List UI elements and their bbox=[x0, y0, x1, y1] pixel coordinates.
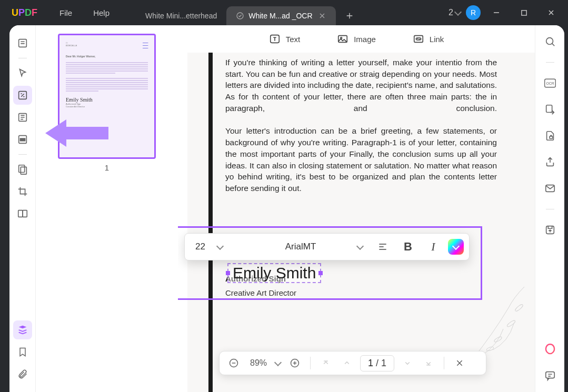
svg-rect-1 bbox=[521, 10, 526, 15]
last-page-button[interactable] bbox=[421, 355, 436, 371]
svg-rect-25 bbox=[550, 136, 553, 139]
prev-page-button[interactable] bbox=[339, 355, 355, 371]
insert-link-button[interactable]: Link bbox=[413, 33, 444, 45]
chevron-down-icon[interactable] bbox=[275, 360, 282, 366]
thumbnail-page-number: 1 bbox=[105, 163, 109, 172]
page-indicator[interactable]: 1 / 1 bbox=[360, 355, 394, 371]
tutorial-arrow-icon bbox=[45, 117, 108, 149]
page-nav-toolbar: 89% 1 / 1 bbox=[219, 351, 486, 375]
tab-inactive[interactable]: White Mini...etterhead bbox=[136, 6, 226, 25]
convert-button[interactable] bbox=[541, 102, 560, 117]
protect-button[interactable] bbox=[541, 128, 560, 144]
app-logo: UPDF bbox=[0, 7, 49, 18]
first-page-button[interactable] bbox=[318, 355, 334, 371]
maximize-button[interactable] bbox=[512, 2, 535, 23]
svg-point-0 bbox=[237, 13, 243, 19]
close-nav-button[interactable] bbox=[452, 355, 467, 371]
zoom-in-button[interactable] bbox=[287, 355, 303, 371]
page-viewport[interactable]: If you're thinking of writing a letter y… bbox=[178, 53, 535, 392]
svg-rect-14 bbox=[414, 36, 423, 43]
svg-point-16 bbox=[506, 319, 516, 327]
chevron-down-icon bbox=[455, 9, 462, 16]
edit-type-toolbar: Text Image Link bbox=[178, 25, 535, 53]
next-page-button[interactable] bbox=[400, 355, 415, 371]
svg-rect-8 bbox=[21, 167, 26, 174]
chevron-down-icon bbox=[357, 244, 364, 250]
font-family-select[interactable]: ArialMT bbox=[233, 237, 368, 256]
share-button[interactable] bbox=[541, 154, 560, 170]
search-button[interactable] bbox=[541, 34, 560, 49]
bold-button[interactable]: B bbox=[397, 237, 418, 256]
svg-rect-7 bbox=[18, 165, 24, 173]
text-edit-box[interactable]: Emily Smith bbox=[227, 263, 321, 283]
comment-tool[interactable] bbox=[13, 64, 32, 83]
reader-tool[interactable] bbox=[13, 34, 32, 53]
text-color-button[interactable] bbox=[448, 239, 464, 255]
zoom-out-button[interactable] bbox=[226, 355, 242, 371]
user-avatar[interactable]: R bbox=[466, 5, 481, 20]
crop-tool[interactable] bbox=[13, 182, 32, 201]
save-button[interactable] bbox=[541, 222, 560, 238]
svg-rect-10 bbox=[23, 210, 27, 217]
ocr-button[interactable]: OCR bbox=[541, 75, 560, 91]
comment-panel-button[interactable] bbox=[541, 368, 560, 384]
svg-point-17 bbox=[514, 303, 524, 311]
align-button[interactable] bbox=[372, 237, 393, 256]
thumbnails-toggle[interactable] bbox=[13, 320, 32, 339]
svg-rect-9 bbox=[18, 210, 22, 217]
menu-help[interactable]: Help bbox=[83, 8, 120, 17]
close-tab-icon[interactable] bbox=[318, 12, 326, 20]
email-button[interactable] bbox=[541, 180, 560, 196]
chevron-down-icon bbox=[217, 244, 224, 250]
thumbnail-panel: ⬡BORCELLE━━━━━━━━━━━━━━━ Dear Mr. Holger… bbox=[36, 25, 178, 392]
minimize-button[interactable] bbox=[485, 2, 508, 23]
right-tool-rail: OCR bbox=[535, 25, 564, 392]
doc-count[interactable]: 2 bbox=[449, 8, 462, 17]
italic-button[interactable]: I bbox=[423, 237, 444, 256]
zoom-value[interactable]: 89% bbox=[247, 358, 270, 368]
font-size-select[interactable]: 22 bbox=[190, 237, 229, 256]
attachment-toggle[interactable] bbox=[13, 365, 32, 384]
close-window-button[interactable] bbox=[540, 2, 563, 23]
redact-tool[interactable] bbox=[13, 130, 32, 149]
organize-tool[interactable] bbox=[13, 160, 32, 179]
text-format-toolbar: 22 ArialMT B I bbox=[184, 233, 470, 260]
add-tab-button[interactable] bbox=[340, 6, 359, 25]
menu-file[interactable]: File bbox=[49, 8, 83, 17]
insert-text-button[interactable]: Text bbox=[269, 33, 301, 45]
tab-active[interactable]: White M...ad _OCR bbox=[226, 6, 335, 25]
svg-text:OCR: OCR bbox=[546, 82, 554, 85]
svg-point-21 bbox=[546, 38, 553, 45]
left-tool-rail bbox=[9, 25, 36, 392]
ai-assistant-button[interactable] bbox=[541, 341, 560, 357]
tab-strip: White Mini...etterhead White M...ad _OCR bbox=[136, 0, 359, 25]
document-page: If you're thinking of writing a letter y… bbox=[187, 53, 535, 392]
svg-rect-2 bbox=[18, 39, 26, 47]
svg-rect-28 bbox=[545, 372, 554, 378]
paragraph-2: Your letter's introduction can be a brie… bbox=[225, 125, 497, 194]
resize-handle-left[interactable] bbox=[226, 271, 230, 275]
main-view: Text Image Link If you're thinking of wr… bbox=[178, 25, 535, 392]
paragraph-1: If you're thinking of writing a letter y… bbox=[225, 57, 497, 114]
svg-rect-6 bbox=[20, 138, 25, 141]
bookmark-toggle[interactable] bbox=[13, 343, 32, 361]
svg-rect-24 bbox=[546, 105, 552, 113]
edit-pdf-icon bbox=[236, 12, 244, 20]
workspace: ⬡BORCELLE━━━━━━━━━━━━━━━ Dear Mr. Holger… bbox=[9, 25, 564, 392]
form-tool[interactable] bbox=[13, 108, 32, 127]
resize-handle-right[interactable] bbox=[318, 271, 323, 275]
insert-image-button[interactable]: Image bbox=[337, 33, 376, 45]
title-bar: UPDF File Help White Mini...etterhead Wh… bbox=[0, 0, 568, 25]
edit-pdf-tool[interactable] bbox=[13, 86, 32, 105]
compare-tool[interactable] bbox=[13, 204, 32, 223]
